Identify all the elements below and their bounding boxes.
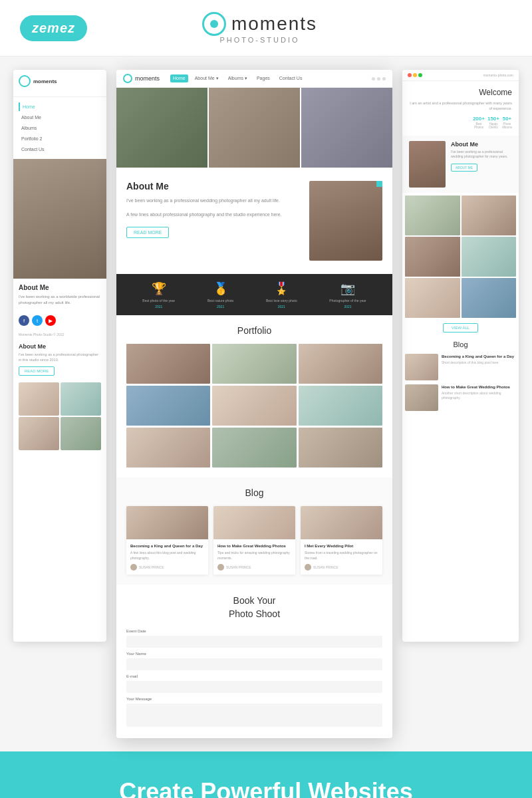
rp-about-title: About Me [451,141,512,148]
rp-url-bar: moments-photo.com [483,73,513,77]
cp-teal-corner [376,181,382,187]
cp-book-input-3[interactable] [126,681,382,693]
cp-nav-home[interactable]: Home [170,74,188,82]
rp-blog-title: Blog [402,335,519,351]
rp-photo-4 [462,237,517,277]
lp-nav-portfolio[interactable]: Portfolio 2 [19,134,101,143]
cp-book-input-2[interactable] [126,658,382,670]
lp-about2: About Me I've been working as a professi… [13,339,106,380]
rp-about-btn[interactable]: ABOUT ME [451,164,477,172]
cp-award-label-2: Best nature photo [207,299,233,303]
lp-nav-home[interactable]: Home [19,102,101,111]
lp-logo: moments [19,75,101,87]
cp-blog-title: Blog [126,487,382,498]
cp-award-year-4: 2021 [344,305,351,309]
zemez-logo[interactable]: zemez [20,15,87,41]
cp-portfolio-item-3 [299,344,382,384]
cp-blog-avatar-3 [305,564,311,571]
cp-blog-card-title-2: How to Make Great Wedding Photos [217,543,291,549]
cp-portfolio-item-5 [212,386,296,426]
cp-award-icon-3: 🎖️ [275,281,288,297]
rp-blog-card-2: How to Make Great Wedding Photos Another… [405,384,516,411]
cp-blog-avatar-2 [217,564,224,571]
rp-stat-1: 200+ BestPhotos [473,116,485,129]
lp-twitter-btn[interactable]: t [32,315,43,326]
lp-read-more-btn[interactable]: READ MORE [19,366,55,376]
lp-social-links: f t ▶ [13,311,106,330]
cp-about-btn[interactable]: READ MORE [126,227,169,238]
lp-nav-albums[interactable]: Albums [19,124,101,132]
rp-more-btn[interactable]: VIEW ALL [443,323,478,332]
cp-award-label-4: Photographer of the year [329,299,366,303]
cp-blog-card-title-1: Becoming a King and Queen for a Day [130,543,204,549]
cp-blog-card-text-2: Tips and tricks for amazing wedding phot… [217,551,291,561]
rp-stat-num-2: 150+ [487,116,499,122]
cp-blog-author-name-2: SUSAN PRINCE [226,565,251,569]
cp-logo-circle [123,74,132,83]
cp-book-form: Event Date Your Name E-mail Your Message [126,629,382,728]
lp-about-title: About Me [19,284,101,291]
cp-about-desc2: A few lines about professional photograp… [126,211,299,218]
rp-stat-label-3: PhotoAlbums [502,122,512,129]
cp-nav-contact[interactable]: Contact Us [277,74,305,82]
cp-book-label-1: Event Date [126,629,382,633]
cp-blog-card-title-3: I Met Every Wedding Pilot [305,543,378,549]
cp-portfolio-item-6 [299,386,382,426]
cp-award-icon-4: 📷 [341,281,354,297]
lp-photo-3 [19,417,59,450]
lp-navigation: Home About Me Albums Portfolio 2 Contact… [13,97,106,159]
rp-stat-2: 150+ HappyClients [487,116,499,129]
cp-nav-items: Home About Me ▾ Albums ▾ Pages Contact U… [170,74,305,82]
cp-blog-author-3: SUSAN PRINCE [305,564,378,571]
lp-youtube-btn[interactable]: ▶ [45,315,56,326]
cp-hero-section [116,88,392,168]
rp-photos-grid [402,193,519,321]
cp-blog-author-name-3: SUSAN PRINCE [313,565,338,569]
cp-blog-img-2 [213,506,295,539]
cp-about-desc: I've been working as a professional wedd… [126,197,299,204]
brand-sub: PHOTO-STUDIO [219,36,299,44]
lp-hero-bg [13,159,106,279]
lp-facebook-btn[interactable]: f [19,315,29,326]
cp-book-textarea[interactable] [126,704,382,727]
lp-copyright: Moments Photo-Studio © 2022 [13,330,106,339]
cp-hero-img-2 [209,88,300,168]
cp-dot-2 [377,77,380,80]
cp-portfolio-title: Portfolio [126,325,382,336]
lp-nav-contact[interactable]: Contact Us [19,145,101,154]
cp-hero-img-3 [301,88,392,168]
cp-award-icon-1: 🏆 [152,281,166,297]
moments-logo: moments PHOTO-STUDIO [202,12,317,44]
cp-navbar: moments Home About Me ▾ Albums ▾ Pages C… [116,70,392,88]
cp-book-title: Book YourPhoto Shoot [126,595,382,620]
cp-portfolio-item-4 [126,386,210,426]
rp-photo-6 [462,278,517,318]
cp-book-input-1[interactable] [126,636,382,648]
cp-blog-author-1: SUSAN PRINCE [130,564,204,571]
cp-award-year-1: 2021 [155,305,162,309]
cp-blog-avatar-1 [130,564,137,571]
cp-about-text-block: About Me I've been working as a professi… [126,181,299,238]
cp-nav-actions [372,77,386,80]
cp-nav-about[interactable]: About Me ▾ [192,74,221,82]
cp-portfolio-item-9 [299,428,382,467]
cp-nav-pages[interactable]: Pages [254,74,273,82]
brand-name: moments [231,13,317,35]
cp-nav-albums[interactable]: Albums ▾ [225,74,250,82]
lp-photo-2 [61,382,101,416]
cp-blog-img-3 [301,506,382,539]
rp-blog-card-text-2: Another short description about wedding … [442,391,516,400]
cp-blog-card-1: Becoming a King and Queen for a Day A fe… [126,506,208,575]
cp-blog-author-name-1: SUSAN PRINCE [139,565,164,569]
cp-award-year-3: 2021 [278,305,285,309]
lp-photos-grid [13,380,106,453]
lp-nav-about[interactable]: About Me [19,113,101,122]
cp-book-section: Book YourPhoto Shoot Event Date Your Nam… [116,585,392,737]
lp-logo-circle [19,75,31,87]
rp-blog-card-text-1: Short description of this blog post here… [442,360,514,365]
cp-blog-body-1: Becoming a King and Queen for a Day A fe… [126,539,208,575]
cta-title: Create Powerful Websites [20,778,512,798]
rp-blog-card-content-2: How to Make Great Wedding Photos Another… [442,384,516,400]
cp-logo: moments [123,74,160,83]
cp-award-2: 🥇 Best nature photo 2021 [207,281,233,309]
